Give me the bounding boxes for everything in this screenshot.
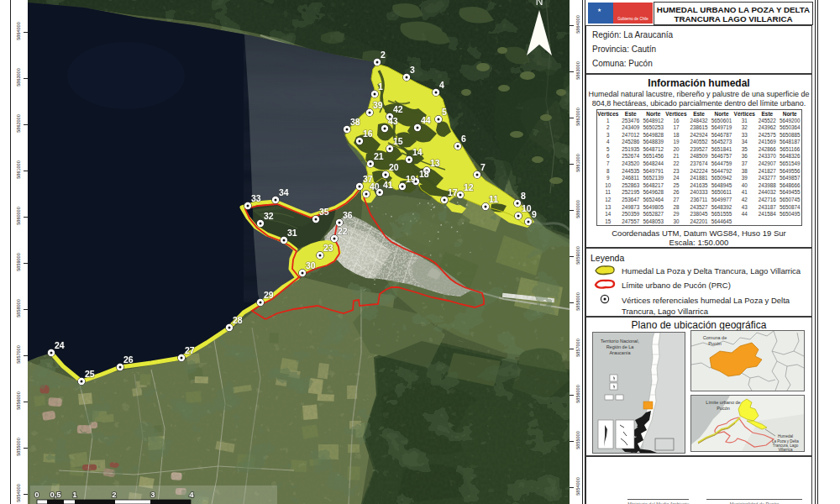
svg-text:36: 36 [343,210,353,220]
svg-text:7: 7 [480,162,486,172]
svg-text:38: 38 [350,117,360,127]
svg-text:20: 20 [389,162,399,172]
svg-text:24: 24 [55,340,65,350]
svg-text:6: 6 [461,134,466,144]
svg-text:16: 16 [363,129,373,139]
svg-text:Humedal: Humedal [778,434,793,438]
svg-text:13: 13 [430,158,440,168]
svg-text:0: 0 [34,490,39,499]
svg-text:10: 10 [522,203,532,213]
svg-text:5: 5 [442,107,447,117]
svg-text:31: 31 [287,228,297,238]
svg-text:Villarrica: Villarrica [778,448,793,451]
svg-text:1: 1 [72,490,77,499]
svg-text:Comuna de: Comuna de [703,335,727,340]
svg-text:28: 28 [233,315,243,325]
svg-text:39: 39 [373,100,383,110]
svg-text:32: 32 [264,211,274,221]
svg-text:14: 14 [412,147,423,157]
svg-text:26: 26 [123,354,134,365]
svg-text:4: 4 [439,80,444,90]
svg-text:4: 4 [189,490,194,499]
svg-text:18: 18 [419,169,429,179]
svg-text:N: N [536,0,543,8]
svg-text:44: 44 [421,115,431,125]
svg-text:3: 3 [150,490,155,499]
svg-text:22: 22 [338,226,348,236]
svg-text:41: 41 [383,180,393,190]
svg-text:23: 23 [323,243,333,253]
svg-text:1: 1 [378,81,383,92]
svg-text:15: 15 [393,136,403,146]
svg-text:2: 2 [112,490,116,499]
svg-text:27: 27 [185,345,195,355]
svg-text:29: 29 [264,290,274,300]
svg-text:12: 12 [464,182,474,192]
svg-text:30: 30 [306,260,316,270]
svg-text:34: 34 [279,187,289,197]
svg-text:42: 42 [393,104,403,114]
svg-text:2: 2 [381,50,386,60]
svg-text:8: 8 [521,191,526,201]
svg-text:19: 19 [406,174,416,184]
svg-text:35: 35 [319,207,329,217]
svg-text:La Poza y Delta: La Poza y Delta [772,439,799,444]
svg-text:43: 43 [388,116,398,126]
svg-text:Araucanía: Araucanía [609,350,631,355]
svg-text:25: 25 [85,369,95,379]
svg-text:33: 33 [251,193,261,203]
svg-text:11: 11 [489,194,498,204]
svg-text:Región de La: Región de La [606,344,635,349]
svg-text:Límite urbano de: Límite urbano de [706,400,740,405]
svg-text:Pucón: Pucón [717,406,730,411]
svg-text:21: 21 [374,151,384,161]
svg-text:0,5: 0,5 [50,490,61,499]
svg-text:Pucón: Pucón [708,341,722,346]
svg-text:Territorio Nacional,: Territorio Nacional, [601,339,639,344]
svg-text:9: 9 [532,209,537,219]
svg-text:3: 3 [410,65,415,75]
svg-text:17: 17 [448,187,458,197]
